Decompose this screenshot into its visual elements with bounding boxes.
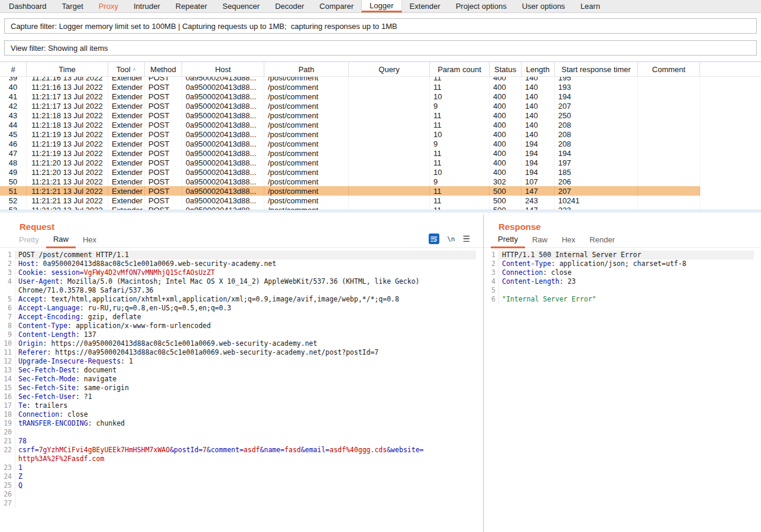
response-tab-raw[interactable]: Raw bbox=[525, 235, 555, 247]
line-number: 19 bbox=[0, 419, 15, 428]
log-row-39[interactable]: 3911:21:16 13 Jul 2022ExtenderPOST0a9500… bbox=[0, 76, 761, 82]
cell--: 44 bbox=[0, 120, 27, 129]
log-row-46[interactable]: 4611:21:19 13 Jul 2022ExtenderPOST0a9500… bbox=[0, 139, 761, 148]
log-row-43[interactable]: 4311:21:18 13 Jul 2022ExtenderPOST0a9500… bbox=[0, 111, 761, 120]
request-line-text: Connection: close bbox=[15, 410, 476, 419]
cell-path: /post/comment bbox=[264, 76, 349, 82]
log-row-53[interactable]: 5311:21:22 13 Jul 2022ExtenderPOST0a9500… bbox=[0, 205, 761, 210]
log-row-45[interactable]: 4511:21:19 13 Jul 2022ExtenderPOST0a9500… bbox=[0, 129, 761, 139]
log-row-48[interactable]: 4811:21:20 13 Jul 2022ExtenderPOST0a9500… bbox=[0, 158, 761, 167]
menu-tab-target[interactable]: Target bbox=[54, 0, 91, 12]
column-header-query[interactable]: Query bbox=[349, 62, 430, 76]
request-tab-hex[interactable]: Hex bbox=[76, 235, 103, 247]
column-header-param-count[interactable]: Param count bbox=[430, 62, 490, 76]
wrap-text-icon[interactable] bbox=[429, 233, 439, 244]
cell-method: POST bbox=[145, 120, 182, 129]
cell--: 53 bbox=[0, 205, 27, 210]
column-header-tool[interactable]: Tool∧ bbox=[108, 62, 145, 76]
request-line-text: csrf=7gYzhMCiFvi4gBEyUEEk7HmHSHM7xWAO&po… bbox=[15, 446, 476, 455]
response-tab-pretty[interactable]: Pretty bbox=[491, 235, 525, 248]
cell-comment bbox=[638, 129, 700, 139]
cell-query bbox=[349, 186, 430, 196]
request-line-text: User-Agent: Mozilla/5.0 (Macintosh; Inte… bbox=[15, 277, 476, 286]
column-header-start-response-timer[interactable]: Start response timer bbox=[555, 62, 638, 76]
cell-param-count: 11 bbox=[430, 82, 490, 92]
cell-tool: Extender bbox=[108, 111, 145, 120]
request-tab-pretty[interactable]: Pretty bbox=[12, 235, 46, 247]
column-header-method[interactable]: Method bbox=[145, 62, 182, 76]
column-header-path[interactable]: Path bbox=[264, 62, 349, 76]
request-line-text: Origin: https://0a9500020413d88ac08c5c1e… bbox=[15, 339, 476, 348]
cell-tool: Extender bbox=[108, 82, 145, 92]
cell-method: POST bbox=[145, 158, 182, 167]
capture-filter-bar[interactable]: Capture filter: Logger memory limit set … bbox=[4, 18, 757, 34]
column-header-time[interactable]: Time bbox=[27, 62, 108, 76]
request-line-text: Accept-Language: ru-RU,ru;q=0.8,en-US;q=… bbox=[15, 304, 476, 313]
response-editor[interactable]: 1HTTP/1.1 500 Internal Server Error2Cont… bbox=[484, 248, 761, 532]
cell-param-count: 11 bbox=[430, 111, 490, 120]
menu-tab-extender[interactable]: Extender bbox=[402, 0, 448, 12]
menu-tab-learn[interactable]: Learn bbox=[573, 0, 608, 12]
column-header--[interactable]: # bbox=[0, 62, 27, 76]
cell-path: /post/comment bbox=[264, 120, 349, 129]
request-line: 2Host: 0a9500020413d88ac08c5c1e001a0069.… bbox=[0, 259, 483, 268]
cell-host: 0a9500020413d88... bbox=[182, 158, 264, 167]
response-line: 3Connection: close bbox=[484, 268, 761, 277]
log-row-40[interactable]: 4011:21:16 13 Jul 2022ExtenderPOST0a9500… bbox=[0, 82, 761, 92]
horizontal-splitter[interactable] bbox=[0, 210, 761, 215]
log-row-51[interactable]: 5111:21:21 13 Jul 2022ExtenderPOST0a9500… bbox=[0, 186, 761, 196]
log-row-41[interactable]: 4111:21:17 13 Jul 2022ExtenderPOST0a9500… bbox=[0, 92, 761, 101]
response-tab-render[interactable]: Render bbox=[582, 235, 622, 247]
editor-menu-icon[interactable]: ☰ bbox=[462, 235, 470, 242]
request-line-text bbox=[15, 490, 476, 499]
request-editor[interactable]: 1POST /post/comment HTTP/1.12Host: 0a950… bbox=[0, 248, 483, 532]
capture-filter-text: Capture filter: Logger memory limit set … bbox=[11, 22, 397, 31]
cell-method: POST bbox=[145, 196, 182, 205]
cell-param-count: 9 bbox=[430, 101, 490, 111]
log-row-44[interactable]: 4411:21:18 13 Jul 2022ExtenderPOST0a9500… bbox=[0, 120, 761, 129]
cell-comment bbox=[638, 177, 700, 186]
log-row-52[interactable]: 5211:21:21 13 Jul 2022ExtenderPOST0a9500… bbox=[0, 196, 761, 205]
cell-host: 0a9500020413d88... bbox=[182, 120, 264, 129]
view-filter-bar[interactable]: View filter: Showing all items bbox=[4, 40, 757, 56]
request-panel: Request PrettyRawHex \n ☰ 1POST /post/co… bbox=[0, 215, 484, 532]
request-tab-raw[interactable]: Raw bbox=[46, 235, 76, 248]
logger-table-body[interactable]: 3911:21:16 13 Jul 2022ExtenderPOST0a9500… bbox=[0, 76, 761, 210]
menu-tab-decoder[interactable]: Decoder bbox=[267, 0, 312, 12]
menu-tab-dashboard[interactable]: Dashboard bbox=[1, 0, 54, 12]
line-number bbox=[0, 455, 15, 463]
newline-icon[interactable]: \n bbox=[447, 235, 455, 243]
menu-tab-intruder[interactable]: Intruder bbox=[126, 0, 168, 12]
cell-filler bbox=[700, 111, 761, 120]
menu-tab-user-options[interactable]: User options bbox=[514, 0, 573, 12]
line-number: 1 bbox=[484, 251, 499, 259]
cell-path: /post/comment bbox=[264, 139, 349, 148]
log-row-42[interactable]: 4211:21:17 13 Jul 2022ExtenderPOST0a9500… bbox=[0, 101, 761, 111]
line-number bbox=[0, 286, 15, 295]
column-header-length[interactable]: Length bbox=[522, 62, 555, 76]
cell-path: /post/comment bbox=[264, 111, 349, 120]
cell-param-count: 11 bbox=[430, 205, 490, 210]
cell-method: POST bbox=[145, 129, 182, 139]
request-line: 2178 bbox=[0, 437, 483, 446]
cell-start-response-timer: 250 bbox=[555, 111, 638, 120]
request-line: 20 bbox=[0, 428, 483, 437]
menu-tab-comparer[interactable]: Comparer bbox=[312, 0, 361, 12]
cell-query bbox=[349, 76, 430, 82]
column-header-comment[interactable]: Comment bbox=[638, 62, 700, 76]
cell-status: 400 bbox=[490, 129, 522, 139]
cell-length: 140 bbox=[522, 82, 555, 92]
log-row-47[interactable]: 4711:21:19 13 Jul 2022ExtenderPOST0a9500… bbox=[0, 148, 761, 158]
column-header-status[interactable]: Status bbox=[490, 62, 522, 76]
column-header-host[interactable]: Host bbox=[182, 62, 264, 76]
menu-tab-project-options[interactable]: Project options bbox=[448, 0, 514, 12]
cell-length: 140 bbox=[522, 92, 555, 101]
menu-tab-sequencer[interactable]: Sequencer bbox=[215, 0, 267, 12]
menu-tab-logger[interactable]: Logger bbox=[361, 0, 401, 12]
menu-tab-repeater[interactable]: Repeater bbox=[168, 0, 215, 12]
log-row-50[interactable]: 5011:21:21 13 Jul 2022ExtenderPOST0a9500… bbox=[0, 177, 761, 186]
menu-tab-proxy[interactable]: Proxy bbox=[91, 0, 126, 12]
log-row-49[interactable]: 4911:21:20 13 Jul 2022ExtenderPOST0a9500… bbox=[0, 167, 761, 177]
cell-method: POST bbox=[145, 177, 182, 186]
response-tab-hex[interactable]: Hex bbox=[555, 235, 582, 247]
